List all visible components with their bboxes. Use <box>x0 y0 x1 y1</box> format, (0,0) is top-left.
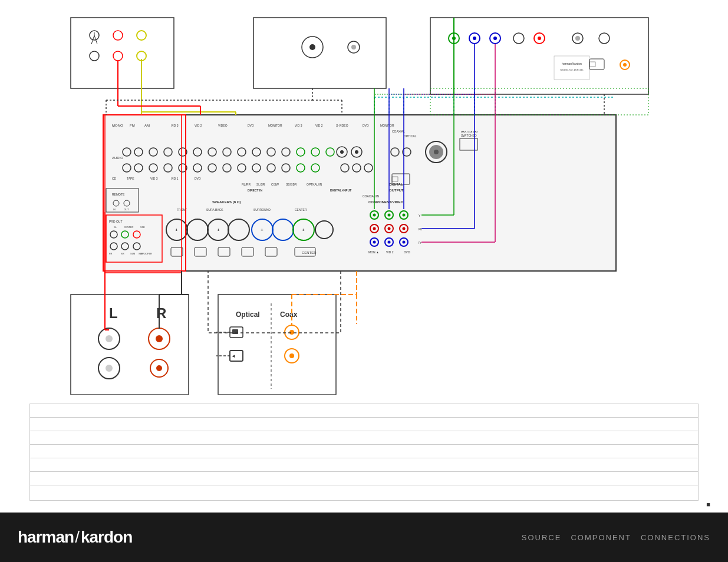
svg-point-27 <box>599 33 610 44</box>
svg-point-86 <box>403 227 406 230</box>
svg-text:DIRECT IN: DIRECT IN <box>248 189 262 192</box>
svg-text:OUT: OUT <box>124 208 129 211</box>
footer-logo: harman / kardon <box>18 528 132 547</box>
svg-text:MONITOR: MONITOR <box>268 124 282 127</box>
svg-text:SB/SBR: SB/SBR <box>286 183 297 186</box>
svg-text:AM: AM <box>144 124 150 127</box>
svg-point-192 <box>106 365 113 372</box>
svg-point-12 <box>309 44 315 50</box>
svg-rect-0 <box>71 18 174 88</box>
svg-point-91 <box>388 241 391 244</box>
svg-point-4 <box>90 51 99 61</box>
svg-text:MON.▲: MON.▲ <box>368 250 379 254</box>
svg-text:MONO: MONO <box>112 124 123 127</box>
footer-logo-harman: harman <box>18 528 74 547</box>
svg-text:COAXIAL/IN: COAXIAL/IN <box>363 194 379 198</box>
svg-text:VID 3: VID 3 <box>171 124 179 127</box>
svg-text:R: R <box>156 305 166 321</box>
svg-text:L: L <box>109 305 118 321</box>
footer-nav-component: COMPONENT <box>571 533 631 542</box>
svg-point-2 <box>113 31 123 40</box>
svg-rect-184 <box>71 295 189 395</box>
svg-text:VID 3: VID 3 <box>150 177 158 180</box>
svg-text:FM: FM <box>130 124 135 127</box>
svg-point-26 <box>575 36 580 41</box>
connection-diagram: harman/kardon MODEL NO. AVR 335 MONO FM … <box>35 6 693 395</box>
svg-text:WOOFER: WOOFER <box>141 252 152 255</box>
svg-text:COAXIAL: COAXIAL <box>392 130 405 133</box>
svg-point-206 <box>289 353 294 358</box>
svg-text:SSE: SSE <box>140 226 145 229</box>
svg-text:S-VIDEO: S-VIDEO <box>336 124 348 127</box>
svg-point-82 <box>373 227 376 230</box>
svg-point-22 <box>513 33 524 44</box>
svg-text:VID 2: VID 2 <box>315 124 323 127</box>
svg-point-5 <box>113 51 123 61</box>
svg-text:+: + <box>261 227 263 233</box>
svg-point-190 <box>156 335 163 342</box>
svg-text:C/SW: C/SW <box>271 183 279 186</box>
svg-text:CENTER: CENTER <box>302 251 317 254</box>
svg-text:DVD: DVD <box>363 124 369 127</box>
svg-point-168 <box>340 150 344 154</box>
svg-rect-31 <box>589 59 604 70</box>
footer-nav-connections: CONNECTIONS <box>641 533 710 542</box>
svg-text:MAX. 0.5A MAX: MAX. 0.5A MAX <box>461 130 478 133</box>
svg-text:SUB: SUB <box>130 252 136 255</box>
svg-point-79 <box>403 214 406 217</box>
legend-row-1 <box>30 404 698 418</box>
svg-text:DVD: DVD <box>248 124 254 127</box>
svg-text:AUDIO: AUDIO <box>112 156 123 160</box>
svg-text:Pr: Pr <box>419 241 421 244</box>
svg-text:RL/RR: RL/RR <box>242 183 251 186</box>
legend-row-2 <box>30 418 698 431</box>
svg-text:OPTKAL/IN: OPTKAL/IN <box>307 183 322 186</box>
svg-text:SURROUND: SURROUND <box>253 208 271 211</box>
svg-rect-199 <box>232 329 238 334</box>
svg-text:MONITOR: MONITOR <box>380 124 394 127</box>
svg-text:REMOTE: REMOTE <box>112 193 125 196</box>
legend-row-6 <box>30 472 698 485</box>
svg-point-75 <box>373 214 376 217</box>
svg-text:+: + <box>217 227 220 233</box>
svg-point-188 <box>106 335 113 342</box>
legend-area <box>29 404 699 501</box>
svg-text:OUTPUT: OUTPUT <box>389 189 404 192</box>
svg-text:MODEL NO. AVR 335: MODEL NO. AVR 335 <box>561 68 584 71</box>
svg-text:SPEAKERS (8 Ω): SPEAKERS (8 Ω) <box>212 200 241 204</box>
svg-text:SL: SL <box>114 226 117 229</box>
footer: harman / kardon SOURCE COMPONENT CONNECT… <box>0 513 728 562</box>
footer-logo-kardon: kardon <box>81 528 132 547</box>
svg-text:DVD: DVD <box>195 177 201 180</box>
svg-text:+: + <box>302 227 305 233</box>
svg-text:VID 2: VID 2 <box>386 250 394 254</box>
svg-point-93 <box>403 241 406 244</box>
svg-text:FR: FR <box>109 252 112 255</box>
svg-point-21 <box>493 37 497 40</box>
svg-point-84 <box>388 227 391 230</box>
svg-point-34 <box>623 63 627 67</box>
svg-text:VID 1: VID 1 <box>171 177 179 180</box>
svg-text:SURA BACK: SURA BACK <box>206 208 223 211</box>
legend-row-5 <box>30 458 698 472</box>
svg-text:IN: IN <box>113 208 116 211</box>
svg-text:OPTICAL: OPTICAL <box>404 134 417 138</box>
svg-point-77 <box>388 214 391 217</box>
svg-text:CD: CD <box>112 177 117 180</box>
svg-text:CENTER: CENTER <box>124 226 134 229</box>
svg-text:+: + <box>175 227 178 233</box>
svg-rect-195 <box>218 295 336 395</box>
svg-rect-236 <box>208 271 341 333</box>
svg-text:Optical: Optical <box>236 310 260 319</box>
svg-text:◄: ◄ <box>231 353 236 359</box>
svg-point-19 <box>473 37 476 40</box>
svg-text:harman/kardon: harman/kardon <box>562 62 582 65</box>
svg-point-170 <box>355 150 358 154</box>
svg-point-89 <box>373 241 376 244</box>
svg-rect-28 <box>554 56 589 80</box>
footer-logo-slash: / <box>75 528 80 547</box>
svg-text:SR: SR <box>121 252 124 255</box>
legend-row-4 <box>30 445 698 458</box>
svg-text:DIGITAL-INPUT: DIGITAL-INPUT <box>330 189 351 192</box>
svg-point-24 <box>538 37 541 40</box>
